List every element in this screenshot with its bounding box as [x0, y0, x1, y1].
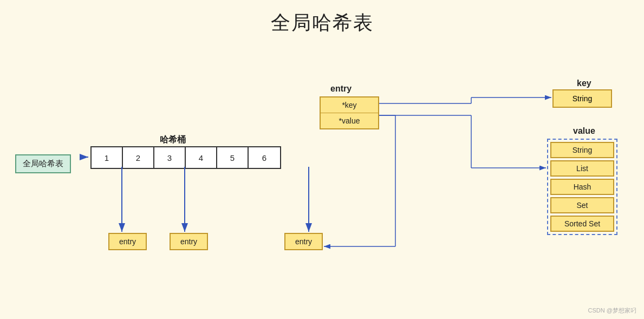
entry-struct: *key *value — [320, 96, 379, 129]
key-label: key — [577, 79, 591, 88]
value-hash: Hash — [550, 179, 614, 195]
value-dashed-box: String List Hash Set Sorted Set — [547, 139, 617, 235]
bucket-6: 6 — [249, 147, 280, 168]
watermark: CSDN @梦想家叼 — [588, 307, 636, 315]
value-set: Set — [550, 197, 614, 213]
entry-struct-label: entry — [330, 84, 352, 94]
bucket-1: 1 — [92, 147, 123, 168]
bucket-2: 2 — [123, 147, 154, 168]
bucket-4: 4 — [186, 147, 217, 168]
key-box: String — [552, 89, 612, 108]
entry-value-field: *value — [321, 113, 378, 128]
entry-b3: entry — [170, 233, 208, 250]
bucket-3: 3 — [154, 147, 186, 168]
page-title: 全局哈希表 — [0, 0, 644, 36]
value-string: String — [550, 142, 614, 158]
entry-key-field: *key — [321, 97, 378, 113]
value-label: value — [573, 126, 595, 136]
entry-b2: entry — [108, 233, 147, 250]
entry-b5: entry — [284, 233, 323, 250]
global-hashtable-box: 全局哈希表 — [15, 154, 71, 173]
buckets-container: 1 2 3 4 5 6 — [90, 146, 281, 169]
bucket-5: 5 — [217, 147, 249, 168]
value-sorted-set: Sorted Set — [550, 216, 614, 232]
buckets-label: 哈希桶 — [160, 134, 186, 146]
value-list: List — [550, 160, 614, 177]
